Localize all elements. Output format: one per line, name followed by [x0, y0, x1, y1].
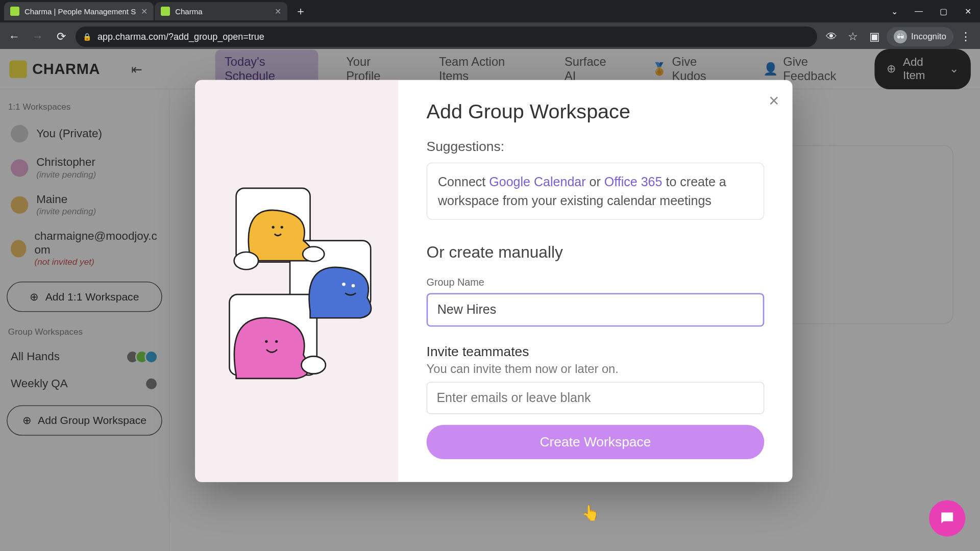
button-label: Create Workspace	[540, 434, 651, 449]
favicon-icon	[10, 7, 19, 16]
kebab-menu-icon[interactable]: ⋮	[957, 28, 975, 46]
incognito-badge[interactable]: 🕶 Incognito	[887, 27, 953, 46]
chevron-down-icon[interactable]: ⌄	[882, 0, 906, 22]
app-root: CHARMA ⇤ Today's Schedule Your Profile T…	[0, 49, 980, 551]
svg-point-3	[272, 226, 274, 229]
modal-illustration	[195, 80, 398, 482]
extensions-icon[interactable]: ▣	[865, 28, 884, 46]
manual-heading: Or create manually	[427, 243, 765, 262]
incognito-label: Incognito	[911, 32, 946, 42]
invite-sublabel: You can invite them now or later on.	[427, 362, 765, 377]
svg-point-5	[342, 283, 346, 286]
invite-heading: Invite teammates	[427, 344, 765, 360]
suggestion-text: Connect	[438, 174, 489, 189]
forward-button[interactable]: →	[29, 28, 47, 46]
svg-point-8	[275, 340, 278, 343]
back-button[interactable]: ←	[5, 28, 23, 46]
browser-tab[interactable]: Charma | People Management S ✕	[4, 2, 154, 20]
incognito-icon: 🕶	[894, 30, 907, 43]
address-bar[interactable]: 🔒 app.charma.com/?add_group_open=true	[76, 27, 817, 47]
suggestion-box: Connect Google Calendar or Office 365 to…	[427, 163, 765, 220]
blobs-illustration-icon	[209, 173, 384, 389]
lock-icon: 🔒	[83, 33, 91, 41]
office365-link[interactable]: Office 365	[604, 174, 663, 189]
browser-tab[interactable]: Charma ✕	[155, 2, 287, 20]
new-tab-button[interactable]: ＋	[292, 3, 309, 19]
browser-chrome: Charma | People Management S ✕ Charma ✕ …	[0, 0, 980, 51]
svg-point-11	[303, 247, 324, 262]
chat-icon	[939, 510, 956, 527]
svg-point-7	[265, 340, 267, 343]
add-group-workspace-modal: × Add Group Workspace Suggestions: Conne…	[195, 80, 792, 482]
create-workspace-button[interactable]: Create Workspace	[427, 425, 765, 459]
suggestions-label: Suggestions:	[427, 139, 765, 155]
tab-title: Charma | People Management S	[24, 7, 136, 16]
invite-emails-input[interactable]	[427, 382, 765, 414]
modal-body: × Add Group Workspace Suggestions: Conne…	[398, 80, 792, 482]
star-icon[interactable]: ☆	[844, 28, 862, 46]
svg-point-4	[281, 226, 283, 229]
group-name-input[interactable]	[427, 293, 765, 327]
eye-off-icon[interactable]: 👁	[822, 28, 841, 46]
suggestion-text: or	[586, 174, 604, 189]
tab-strip: Charma | People Management S ✕ Charma ✕ …	[0, 0, 980, 22]
favicon-icon	[161, 7, 170, 16]
chat-fab-button[interactable]	[929, 500, 965, 536]
group-name-label: Group Name	[427, 277, 765, 288]
minimize-button[interactable]: ―	[906, 0, 931, 22]
close-icon[interactable]: ✕	[141, 7, 148, 16]
window-close-button[interactable]: ✕	[955, 0, 980, 22]
modal-title: Add Group Workspace	[427, 100, 765, 123]
close-icon[interactable]: ✕	[275, 7, 281, 16]
svg-point-6	[352, 284, 355, 288]
svg-point-9	[234, 252, 258, 269]
close-icon[interactable]: ×	[769, 91, 779, 112]
browser-toolbar: ← → ⟳ 🔒 app.charma.com/?add_group_open=t…	[0, 22, 980, 51]
url-text: app.charma.com/?add_group_open=true	[97, 32, 264, 42]
maximize-button[interactable]: ▢	[931, 0, 955, 22]
google-calendar-link[interactable]: Google Calendar	[489, 174, 585, 189]
tab-title: Charma	[175, 7, 270, 16]
reload-button[interactable]: ⟳	[52, 28, 70, 46]
svg-point-10	[301, 356, 325, 373]
cursor-pointer-icon: 👆	[581, 504, 600, 521]
window-controls: ⌄ ― ▢ ✕	[882, 0, 980, 22]
